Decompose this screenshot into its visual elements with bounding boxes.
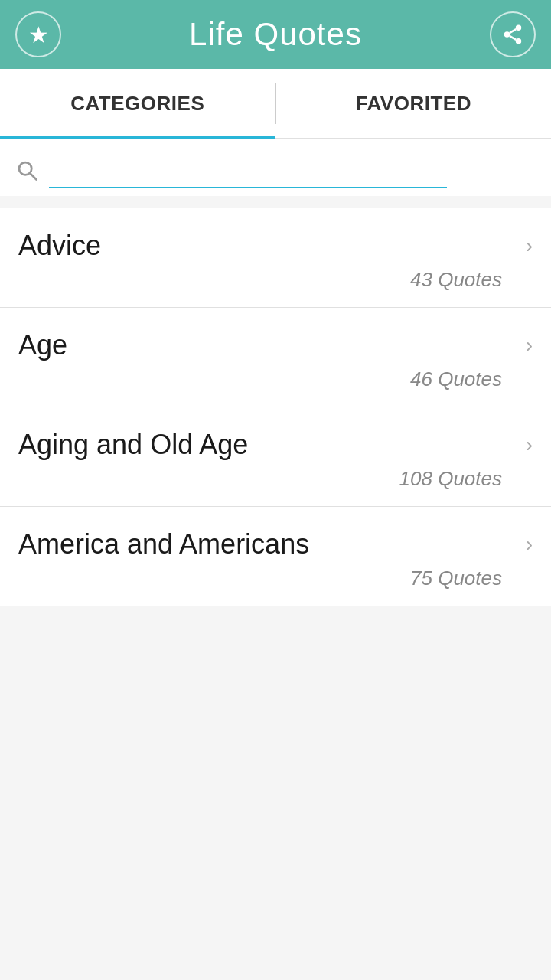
svg-point-1 [504, 31, 510, 38]
star-icon [28, 21, 49, 48]
search-bar [0, 139, 551, 196]
category-item-america-americans[interactable]: America and Americans › 75 Quotes [0, 507, 551, 606]
share-button[interactable] [490, 11, 536, 57]
svg-point-2 [516, 38, 522, 44]
share-icon [501, 23, 524, 46]
category-item-advice[interactable]: Advice › 43 Quotes [0, 208, 551, 308]
svg-line-6 [30, 173, 36, 179]
category-item-age[interactable]: Age › 46 Quotes [0, 308, 551, 407]
chevron-right-icon: › [526, 532, 533, 557]
chevron-right-icon: › [526, 433, 533, 457]
tab-bar: CATEGORIES FAVORITED [0, 69, 551, 139]
chevron-right-icon: › [526, 234, 533, 258]
app-header: Life Quotes [0, 0, 551, 69]
tab-favorited[interactable]: FAVORITED [276, 69, 552, 138]
svg-line-4 [510, 29, 517, 33]
search-input[interactable] [49, 153, 447, 188]
search-icon [15, 158, 38, 187]
svg-line-3 [510, 36, 517, 40]
category-list: Advice › 43 Quotes Age › 46 Quotes Aging… [0, 208, 551, 606]
star-button[interactable] [15, 11, 61, 57]
tab-categories[interactable]: CATEGORIES [0, 69, 276, 138]
chevron-right-icon: › [526, 333, 533, 358]
category-item-aging-old-age[interactable]: Aging and Old Age › 108 Quotes [0, 407, 551, 507]
svg-point-0 [516, 25, 522, 31]
app-title: Life Quotes [61, 16, 490, 53]
